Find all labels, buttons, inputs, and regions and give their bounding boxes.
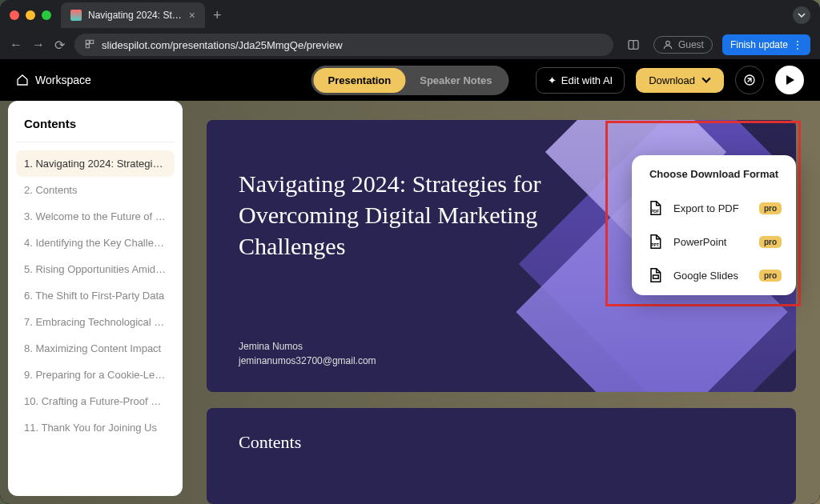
dropdown-item-label: Export to PDF [673, 202, 750, 214]
new-tab-button[interactable]: + [213, 7, 222, 24]
present-button[interactable] [775, 66, 804, 94]
browser-window: Navigating 2024: Strategies f... × + ← →… [0, 0, 820, 504]
toc-item[interactable]: 1. Navigating 2024: Strategies fo... [16, 150, 175, 177]
toc-item[interactable]: 9. Preparing for a Cookie-Less ... [16, 362, 175, 388]
app-area: Workspace Presentation Speaker Notes ✦ E… [0, 59, 820, 504]
export-powerpoint-option[interactable]: PPT PowerPoint pro [640, 225, 788, 258]
view-toggle: Presentation Speaker Notes [311, 66, 508, 95]
address-bar: ← → ⟳ slidespilot.com/presentations/Jda2… [0, 30, 820, 59]
user-icon [662, 39, 673, 50]
svg-text:PDF: PDF [651, 209, 659, 214]
url-bar[interactable]: slidespilot.com/presentations/Jda25MmgQe… [74, 34, 613, 56]
dropdown-title: Choose Download Format [640, 168, 788, 180]
chevron-down-icon [701, 75, 711, 85]
slide-author: Jemina Numos [239, 339, 764, 354]
profile-guest[interactable]: Guest [653, 36, 713, 54]
svg-rect-1 [90, 40, 94, 43]
home-icon [16, 74, 29, 86]
pro-badge: pro [759, 202, 782, 214]
play-icon [786, 75, 794, 85]
menu-dots-icon: ⋮ [793, 39, 802, 50]
window-minimize[interactable] [26, 10, 35, 20]
toc-item[interactable]: 4. Identifying the Key Challenges [16, 230, 175, 256]
pdf-icon: PDF [646, 199, 664, 217]
export-pdf-option[interactable]: PDF Export to PDF pro [640, 191, 788, 225]
ppt-icon: PPT [646, 233, 664, 250]
tab-title: Navigating 2024: Strategies f... [88, 10, 183, 21]
guest-label: Guest [678, 39, 704, 50]
finish-update-button[interactable]: Finish update ⋮ [722, 34, 810, 55]
app-toolbar: Workspace Presentation Speaker Notes ✦ E… [0, 59, 820, 101]
site-settings-icon [84, 38, 95, 52]
browser-tabbar: Navigating 2024: Strategies f... × + [61, 2, 793, 28]
dropdown-item-label: Google Slides [673, 270, 750, 282]
slide-title: Contents [239, 432, 764, 453]
panel-icon[interactable] [623, 34, 644, 55]
pro-badge: pro [759, 270, 782, 282]
nav-forward[interactable]: → [32, 38, 45, 52]
tab-favicon [70, 10, 82, 21]
chevron-down-icon [798, 11, 806, 19]
window-close[interactable] [10, 10, 19, 20]
tab-presentation[interactable]: Presentation [313, 68, 405, 93]
contents-sidebar: Contents 1. Navigating 2024: Strategies … [8, 101, 183, 496]
contents-heading: Contents [16, 117, 175, 142]
share-button[interactable] [735, 66, 764, 94]
download-label: Download [649, 74, 695, 86]
download-dropdown: Choose Download Format PDF Export to PDF… [632, 155, 796, 295]
slide-email: jeminanumos32700@gmail.com [239, 354, 764, 368]
slide-author-block: Jemina Numos jeminanumos32700@gmail.com [239, 339, 764, 368]
svg-rect-9 [653, 275, 659, 278]
toc-item[interactable]: 5. Rising Opportunities Amidst ... [16, 256, 175, 282]
toc-item[interactable]: 8. Maximizing Content Impact [16, 335, 175, 362]
nav-back[interactable]: ← [10, 38, 22, 52]
download-button[interactable]: Download [636, 68, 724, 93]
export-google-slides-option[interactable]: Google Slides pro [640, 258, 788, 292]
svg-text:PPT: PPT [651, 242, 659, 247]
toc-item[interactable]: 2. Contents [16, 177, 175, 203]
pro-badge: pro [759, 236, 782, 248]
svg-rect-0 [86, 40, 89, 43]
svg-point-5 [666, 41, 670, 45]
finish-label: Finish update [730, 39, 788, 50]
slide-title: Navigating 2024: Strategies for Overcomi… [239, 168, 543, 262]
toc-item[interactable]: 10. Crafting a Future-Proof Strat... [16, 388, 175, 414]
toc-item[interactable]: 3. Welcome to the Future of Digi... [16, 203, 175, 230]
share-icon [743, 74, 756, 86]
svg-rect-2 [86, 44, 89, 47]
window-dropdown[interactable] [793, 6, 810, 24]
nav-reload[interactable]: ⟳ [54, 38, 65, 53]
toc-item[interactable]: 7. Embracing Technological Inn... [16, 309, 175, 335]
toc-item[interactable]: 6. The Shift to First-Party Data [16, 282, 175, 309]
slide-2[interactable]: Contents [207, 408, 796, 504]
workspace-link[interactable]: Workspace [16, 74, 91, 86]
tab-speaker-notes[interactable]: Speaker Notes [405, 68, 506, 93]
sparkle-icon: ✦ [548, 74, 557, 86]
dropdown-item-label: PowerPoint [673, 236, 750, 248]
browser-tab[interactable]: Navigating 2024: Strategies f... × [61, 2, 205, 28]
workspace-label: Workspace [35, 74, 91, 86]
traffic-lights [10, 10, 51, 20]
gslides-icon [646, 266, 664, 284]
window-maximize[interactable] [42, 10, 51, 20]
edit-ai-label: Edit with AI [561, 74, 613, 86]
tab-close-icon[interactable]: × [189, 9, 195, 22]
url-text: slidespilot.com/presentations/Jda25MmgQe… [102, 39, 343, 51]
edit-with-ai-button[interactable]: ✦ Edit with AI [536, 67, 625, 94]
toc-item[interactable]: 11. Thank You for Joining Us [16, 414, 175, 441]
titlebar: Navigating 2024: Strategies f... × + [0, 0, 820, 30]
